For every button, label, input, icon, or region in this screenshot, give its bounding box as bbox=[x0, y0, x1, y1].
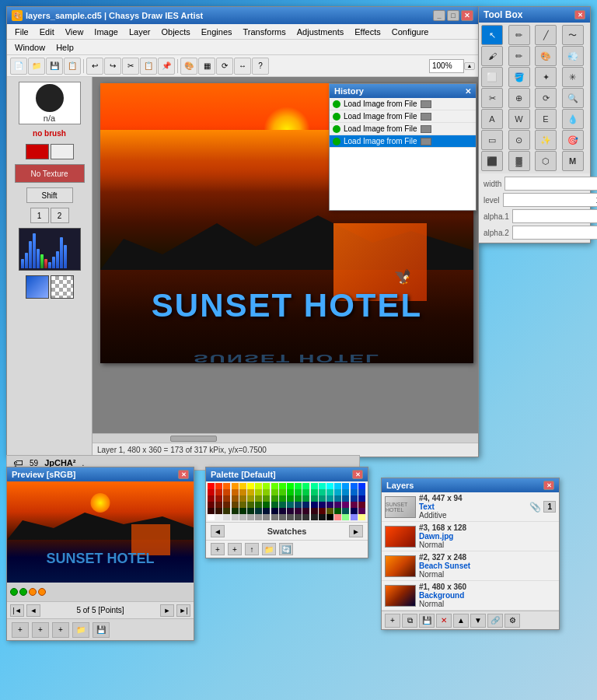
palette-close-button[interactable]: ✕ bbox=[352, 470, 363, 479]
palette-color-78[interactable] bbox=[351, 502, 358, 508]
num-2-button[interactable]: 2 bbox=[51, 208, 69, 223]
palette-color-31[interactable] bbox=[295, 489, 302, 495]
save-button[interactable]: 💾 bbox=[46, 58, 63, 75]
tool-brush[interactable]: 🖌 bbox=[481, 46, 503, 66]
palette-next-button[interactable]: ► bbox=[349, 525, 363, 537]
history-item-4[interactable]: Load Image from File bbox=[330, 135, 476, 148]
palette-color-84[interactable] bbox=[239, 508, 246, 514]
history-item-2[interactable]: Load Image from File bbox=[330, 110, 476, 123]
palette-color-57[interactable] bbox=[342, 495, 349, 502]
palette-color-19[interactable] bbox=[358, 483, 365, 489]
palette-color-52[interactable] bbox=[302, 495, 309, 502]
palette-color-118[interactable] bbox=[351, 514, 358, 520]
redo-button[interactable]: ↪ bbox=[104, 58, 121, 75]
palette-color-111[interactable] bbox=[295, 514, 302, 520]
palette-color-93[interactable] bbox=[311, 508, 318, 514]
palette-color-23[interactable] bbox=[232, 489, 239, 495]
undo-button[interactable]: ↩ bbox=[86, 58, 103, 75]
palette-color-37[interactable] bbox=[342, 489, 349, 495]
palette-color-38[interactable] bbox=[351, 489, 358, 495]
palette-color-0[interactable] bbox=[208, 483, 215, 489]
tool-m[interactable]: M bbox=[562, 151, 584, 171]
palette-color-77[interactable] bbox=[342, 502, 349, 508]
palette-color-17[interactable] bbox=[342, 483, 349, 489]
palette-color-75[interactable] bbox=[326, 502, 333, 508]
preview-add2-button[interactable]: + bbox=[32, 622, 49, 638]
copy-button[interactable]: 📋 bbox=[140, 58, 157, 75]
palette-color-13[interactable] bbox=[311, 483, 318, 489]
transform-button[interactable]: ⟳ bbox=[216, 58, 233, 75]
palette-color-89[interactable] bbox=[279, 508, 286, 514]
palette-color-68[interactable] bbox=[271, 502, 278, 508]
palette-color-5[interactable] bbox=[247, 483, 254, 489]
palette-color-4[interactable] bbox=[239, 483, 246, 489]
menu-engines[interactable]: Engines bbox=[197, 26, 237, 38]
color-indicators[interactable] bbox=[26, 275, 74, 299]
palette-color-10[interactable] bbox=[287, 483, 294, 489]
history-close-button[interactable]: ✕ bbox=[465, 87, 471, 96]
menu-transforms[interactable]: Transforms bbox=[239, 26, 291, 38]
canvas-area[interactable]: 🖼 🔄 🦅 SUNSET HOTEL SUNSET HOTEL bbox=[93, 77, 478, 457]
foreground-indicator[interactable] bbox=[26, 275, 49, 299]
tool-cursor[interactable]: ↖ bbox=[481, 25, 503, 45]
palette-color-73[interactable] bbox=[311, 502, 318, 508]
background-color[interactable] bbox=[51, 144, 74, 159]
palette-color-104[interactable] bbox=[239, 514, 246, 520]
tool-select-lasso[interactable]: ⊙ bbox=[508, 130, 530, 150]
menu-objects[interactable]: Objects bbox=[156, 26, 194, 38]
palette-color-92[interactable] bbox=[302, 508, 309, 514]
preview-nav-first[interactable]: |◄ bbox=[10, 604, 24, 617]
palette-color-103[interactable] bbox=[232, 514, 239, 520]
palette-color-71[interactable] bbox=[295, 502, 302, 508]
flip-button[interactable]: ↔ bbox=[234, 58, 251, 75]
palette-color-76[interactable] bbox=[334, 502, 341, 508]
palette-color-43[interactable] bbox=[232, 495, 239, 502]
color-button[interactable]: 🎨 bbox=[180, 58, 197, 75]
menu-adjustments[interactable]: Adjustments bbox=[292, 26, 349, 38]
layer-item-1[interactable]: #1, 480 x 360 Background Normal bbox=[382, 581, 559, 611]
palette-color-35[interactable] bbox=[326, 489, 333, 495]
layer-delete-button[interactable]: ✕ bbox=[436, 614, 452, 628]
layer-add-button[interactable]: + bbox=[385, 614, 400, 628]
palette-color-67[interactable] bbox=[263, 502, 270, 508]
control-dot-4[interactable] bbox=[38, 588, 46, 596]
palette-color-81[interactable] bbox=[215, 508, 222, 514]
tool-sparkle[interactable]: ✳ bbox=[562, 67, 584, 87]
alpha2-input[interactable] bbox=[512, 226, 597, 240]
palette-color-94[interactable] bbox=[319, 508, 326, 514]
control-dot-1[interactable] bbox=[10, 588, 18, 596]
tool-shape[interactable]: ⬡ bbox=[535, 151, 557, 171]
palette-color-42[interactable] bbox=[223, 495, 230, 502]
palette-color-22[interactable] bbox=[223, 489, 230, 495]
palette-color-62[interactable] bbox=[223, 502, 230, 508]
palette-color-32[interactable] bbox=[302, 489, 309, 495]
menu-effects[interactable]: Effects bbox=[350, 26, 385, 38]
preview-nav-next[interactable]: ► bbox=[160, 604, 174, 617]
palette-color-119[interactable] bbox=[358, 514, 365, 520]
tool-text[interactable]: A bbox=[481, 109, 503, 129]
palette-color-29[interactable] bbox=[279, 489, 286, 495]
tool-zoom[interactable]: 🔍 bbox=[562, 88, 584, 108]
palette-color-82[interactable] bbox=[223, 508, 230, 514]
palette-color-91[interactable] bbox=[295, 508, 302, 514]
no-texture-button[interactable]: No Texture bbox=[15, 164, 85, 183]
palette-color-24[interactable] bbox=[239, 489, 246, 495]
menu-edit[interactable]: Edit bbox=[35, 26, 59, 38]
tool-spray[interactable]: 💨 bbox=[562, 46, 584, 66]
tool-star[interactable]: ✦ bbox=[535, 67, 557, 87]
palette-color-46[interactable] bbox=[255, 495, 262, 502]
palette-color-85[interactable] bbox=[247, 508, 254, 514]
help-button[interactable]: ? bbox=[252, 58, 269, 75]
palette-color-79[interactable] bbox=[358, 502, 365, 508]
tool-eyedrop[interactable]: 💧 bbox=[562, 109, 584, 129]
palette-color-33[interactable] bbox=[311, 489, 318, 495]
palette-color-63[interactable] bbox=[232, 502, 239, 508]
palette-color-74[interactable] bbox=[319, 502, 326, 508]
palette-folder-button[interactable]: 📁 bbox=[262, 543, 276, 555]
scrollbar-thumb[interactable] bbox=[170, 436, 217, 442]
palette-prev-button[interactable]: ◄ bbox=[211, 525, 225, 537]
palette-color-110[interactable] bbox=[287, 514, 294, 520]
preview-save-button[interactable]: 💾 bbox=[93, 622, 110, 638]
preview-folder-button[interactable]: 📁 bbox=[72, 622, 89, 638]
tool-clone[interactable]: ⊕ bbox=[508, 88, 530, 108]
